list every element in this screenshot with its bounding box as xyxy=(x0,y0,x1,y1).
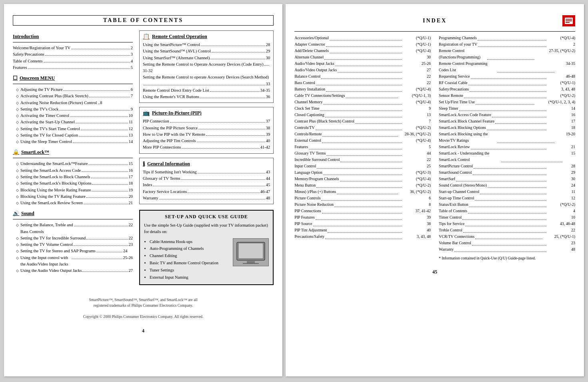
list-item: Controls/TV(*Q/U-2) xyxy=(294,125,431,131)
list-item: Channel Editing xyxy=(150,252,229,259)
toc-left-column: Introduction Welcome/Registration of You… xyxy=(13,30,133,285)
list-item: Setting the Remote Control to Operate Ac… xyxy=(143,61,270,74)
list-item: Minus(-)/Plus (+) Buttons36, (*Q/U-2) xyxy=(294,189,431,195)
list-item: ◇Setting the TV for Closed Caption13 xyxy=(13,132,133,139)
list-item: Setting the Remote Control to operate Ac… xyxy=(143,74,270,87)
list-item: Incredible Surround Control22 xyxy=(294,157,431,163)
list-item: ◇Setting the TV's Start Time Control12 xyxy=(13,126,133,132)
trademark-text: SmartPicture™, SmartSound™, SmartSurf™, … xyxy=(13,297,274,320)
list-item: Alternate Channel30 xyxy=(294,54,431,60)
list-item: Set Up/First Time Use(*Q/U-1, 2, 3, 4) xyxy=(439,99,575,105)
list-item: SmartPicture Control28 xyxy=(439,163,575,169)
remote-control-entries: Using the SmartPicture™ Control28 Using … xyxy=(143,42,270,100)
general-info-title: ℹ General Information xyxy=(143,161,270,167)
list-item: Using the SmartPicture™ Control28 xyxy=(143,42,270,48)
list-item: Safety/Precautions3, 43, 48 xyxy=(439,86,575,92)
list-item: Welcome/Registration of Your TV2 xyxy=(13,45,133,51)
list-item: ◇Blocking Using the TV Rating Feature20 xyxy=(13,193,133,200)
list-item: PIP Source38 xyxy=(294,221,431,227)
list-item: Audio/Video Output Jacks27 xyxy=(294,67,431,73)
list-item: SmartLock Blocking Options18 xyxy=(439,125,575,131)
lock-icon: 🔒 xyxy=(13,149,19,155)
list-item: SmartSurf30 xyxy=(439,176,575,182)
list-item: ◇Using the Sleep Timer Control14 xyxy=(13,139,133,145)
list-item: Start-up Time Control12 xyxy=(439,195,575,201)
pip-title: 📺 Picture-In-Picture (PIP) xyxy=(143,110,270,117)
list-item: ◇Using the Input control with the Audio/… xyxy=(13,255,133,268)
list-item: Battery Installation(*Q/U-4) xyxy=(294,86,431,92)
list-item: More PIP Connections41-42 xyxy=(143,144,270,151)
remote-control-title: 📋 Remote Control Operation xyxy=(143,33,270,40)
list-item: Volume Bar Control23 xyxy=(439,240,575,246)
list-item: Adapter Connector(*Q/U-1) xyxy=(294,41,431,48)
list-item: Features5 xyxy=(13,64,133,71)
list-item: PIP Connection37 xyxy=(143,118,270,125)
right-page: Index Accessories/Optional(*Q/U-1) xyxy=(286,4,584,376)
index-column-2: Programming Channels(*Q/U-4) Registratio… xyxy=(439,35,575,261)
list-item: Features5 xyxy=(294,144,431,150)
list-item: Programming Channels(*Q/U-4) xyxy=(439,35,575,41)
list-item: SmartLock Access Code Feature16 xyxy=(439,112,575,118)
list-item: VCR/TV Connections25, (*Q/U-1) xyxy=(439,233,575,240)
onscreen-menu-entries: ◇Adjusting the TV Picture6 ◇Activating C… xyxy=(13,86,133,145)
list-item: Language Option(*Q/U-3) xyxy=(294,169,431,176)
list-item: Picture Noise Reduction8 xyxy=(294,201,431,208)
list-item: Balance Control22 xyxy=(294,73,431,80)
list-item: Audio/Video Input Jacks25-26 xyxy=(294,60,431,67)
list-item: ◇Setting the Balance, Treble and Bass Co… xyxy=(13,222,133,235)
index-column-1: Accessories/Optional(*Q/U-1) Adapter Con… xyxy=(294,35,431,261)
page-number-left: 4 xyxy=(13,328,274,334)
list-item: Channel Memory(*Q/U-4) xyxy=(294,99,431,105)
list-item: Status/Exit Button(*Q/U-2) xyxy=(439,201,575,208)
list-item: Start-up Channel Control11 xyxy=(439,189,575,195)
list-item: Using SmartSurf™ (Alternate Channel)30 xyxy=(143,55,270,61)
list-item: Cable/Antenna Hook-ups xyxy=(150,238,229,245)
toc-right-column: 📋 Remote Control Operation Using the Sma… xyxy=(139,30,274,285)
list-item: Warranty48 xyxy=(439,246,575,253)
list-item: Tips if Something Isn't Working43 xyxy=(143,169,270,175)
index-columns: Accessories/Optional(*Q/U-1) Adapter Con… xyxy=(294,35,575,261)
list-item: Basic TV and Remote Control Operation xyxy=(150,259,229,267)
list-item: External Input Naming xyxy=(150,274,229,281)
list-item: ◇Setting the TV for Incredible Surround2… xyxy=(13,235,133,241)
list-item: Glossary of TV Terms44 xyxy=(143,175,270,182)
menu-icon: ☐ xyxy=(13,75,18,81)
list-item: ◇Activating Noise Reduction (Picture) Co… xyxy=(13,100,133,106)
section-onscreen-menu: ☐ Onscreen MENU xyxy=(13,75,133,81)
list-item: Glossary TV Terms44 xyxy=(294,150,431,157)
list-item: Remote Control (Functions/Programming)27… xyxy=(439,48,575,60)
index-header: Index xyxy=(294,15,575,26)
page-container: Table of Contents Introduction Welcome/R… xyxy=(4,4,584,376)
list-item: ◇Blocking Using the Movie Rating Feature… xyxy=(13,187,133,193)
list-item: Menu Button(*Q/U-2) xyxy=(294,182,431,189)
list-item: ◇Setting the SmartLock Access Code16 xyxy=(13,167,133,174)
list-item: SmartLock Blocking using the Movie/TV Ra… xyxy=(439,131,575,144)
list-item: Add/Delete Channels(*Q/U-4) xyxy=(294,48,431,54)
setup-guide-box: Set-up and Quick Use Guide Use the simpl… xyxy=(139,210,274,285)
svg-rect-1 xyxy=(239,243,263,258)
rc-section-general: ℹ General Information Tips if Something … xyxy=(139,158,274,204)
setup-guide-title: Set-up and Quick Use Guide xyxy=(144,214,269,220)
list-item: Remote Control Direct Entry Code List34-… xyxy=(143,87,270,94)
list-item: Clock Set Time9 xyxy=(294,105,431,112)
smartlock-label: SmartLock™ xyxy=(21,149,49,155)
svg-rect-2 xyxy=(247,261,255,263)
list-item: Registration of your TV2 xyxy=(439,41,575,48)
list-item: SmartLock - Understanding the SmartLock … xyxy=(439,150,575,163)
pip-icon: 📺 xyxy=(143,110,150,117)
index-note: * Information contained in Quick-Use (Q/… xyxy=(439,256,575,261)
index-icon xyxy=(562,15,575,26)
left-page: Table of Contents Introduction Welcome/R… xyxy=(4,4,282,376)
list-item: PIP Features39 xyxy=(294,214,431,221)
list-item: ◇Activating the Start-Up Channel11 xyxy=(13,119,133,125)
list-item: Warranty48 xyxy=(143,195,270,201)
list-item: Controls/Remote28-36, (*Q/U-2) xyxy=(294,131,431,137)
list-item: PIP Tint Adjustment40 xyxy=(294,227,431,233)
list-item: Remote Control Programming Codes List34-… xyxy=(439,60,575,73)
index-title: Index xyxy=(388,18,482,24)
pip-entries: PIP Connection37 Choosing the PIP Pictur… xyxy=(143,118,270,151)
list-item: Choosing the PIP Picture Source38 xyxy=(143,125,270,131)
list-item: Cable TV Connections/Settings(*Q/U-1, 3) xyxy=(294,92,431,99)
list-item: ◇Understanding the SmartLock™Feature15 xyxy=(13,161,133,167)
list-item: External Control(*Q/U-4) xyxy=(294,137,431,144)
